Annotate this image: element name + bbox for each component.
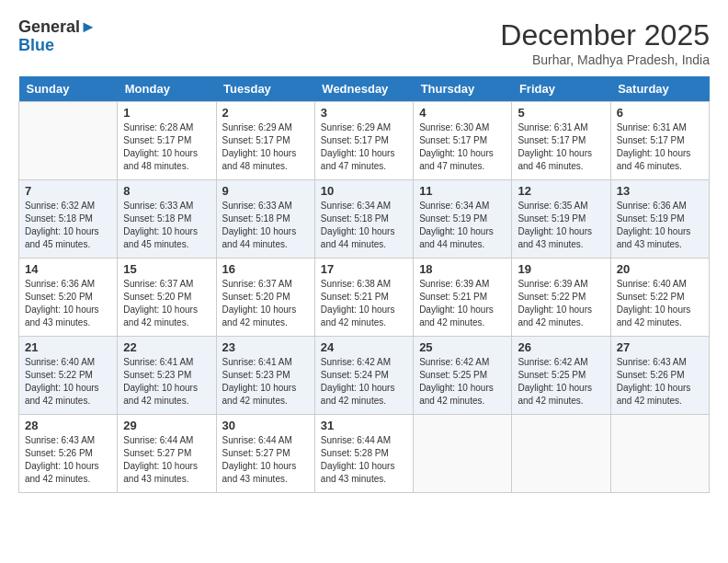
calendar-cell: 13Sunrise: 6:36 AM Sunset: 5:19 PM Dayli… bbox=[610, 180, 709, 259]
day-info: Sunrise: 6:36 AM Sunset: 5:20 PM Dayligh… bbox=[25, 278, 111, 329]
col-sunday: Sunday bbox=[19, 76, 118, 102]
day-number: 17 bbox=[321, 262, 407, 276]
logo: General► Blue bbox=[18, 18, 97, 55]
calendar-cell: 7Sunrise: 6:32 AM Sunset: 5:18 PM Daylig… bbox=[19, 180, 118, 259]
day-info: Sunrise: 6:40 AM Sunset: 5:22 PM Dayligh… bbox=[25, 356, 111, 408]
calendar-cell: 14Sunrise: 6:36 AM Sunset: 5:20 PM Dayli… bbox=[19, 259, 118, 337]
calendar-cell: 17Sunrise: 6:38 AM Sunset: 5:21 PM Dayli… bbox=[314, 259, 413, 337]
day-info: Sunrise: 6:30 AM Sunset: 5:17 PM Dayligh… bbox=[419, 121, 506, 173]
day-number: 7 bbox=[25, 184, 111, 198]
day-number: 1 bbox=[123, 106, 210, 120]
day-number: 9 bbox=[222, 184, 309, 198]
col-thursday: Thursday bbox=[414, 76, 512, 102]
day-info: Sunrise: 6:36 AM Sunset: 5:19 PM Dayligh… bbox=[617, 200, 703, 251]
day-number: 25 bbox=[419, 340, 506, 354]
week-row-1: 1Sunrise: 6:28 AM Sunset: 5:17 PM Daylig… bbox=[19, 102, 710, 180]
day-info: Sunrise: 6:42 AM Sunset: 5:25 PM Dayligh… bbox=[518, 356, 604, 408]
day-info: Sunrise: 6:37 AM Sunset: 5:20 PM Dayligh… bbox=[222, 278, 309, 329]
day-number: 28 bbox=[25, 419, 111, 432]
day-info: Sunrise: 6:38 AM Sunset: 5:21 PM Dayligh… bbox=[321, 278, 407, 329]
day-info: Sunrise: 6:39 AM Sunset: 5:22 PM Dayligh… bbox=[518, 278, 604, 329]
logo-blue: Blue bbox=[18, 37, 97, 55]
calendar-cell bbox=[19, 102, 118, 180]
header-row: Sunday Monday Tuesday Wednesday Thursday… bbox=[19, 76, 710, 102]
day-info: Sunrise: 6:31 AM Sunset: 5:17 PM Dayligh… bbox=[617, 121, 703, 173]
calendar-cell: 28Sunrise: 6:43 AM Sunset: 5:26 PM Dayli… bbox=[19, 415, 118, 493]
day-number: 4 bbox=[419, 106, 506, 120]
day-info: Sunrise: 6:28 AM Sunset: 5:17 PM Dayligh… bbox=[123, 121, 210, 173]
day-info: Sunrise: 6:42 AM Sunset: 5:24 PM Dayligh… bbox=[321, 356, 407, 408]
day-number: 6 bbox=[617, 106, 703, 120]
col-tuesday: Tuesday bbox=[216, 76, 314, 102]
day-info: Sunrise: 6:34 AM Sunset: 5:18 PM Dayligh… bbox=[321, 200, 407, 251]
calendar-cell: 31Sunrise: 6:44 AM Sunset: 5:28 PM Dayli… bbox=[314, 415, 413, 493]
calendar-cell: 6Sunrise: 6:31 AM Sunset: 5:17 PM Daylig… bbox=[610, 102, 709, 180]
calendar-cell: 27Sunrise: 6:43 AM Sunset: 5:26 PM Dayli… bbox=[610, 337, 709, 415]
week-row-3: 14Sunrise: 6:36 AM Sunset: 5:20 PM Dayli… bbox=[19, 259, 710, 337]
day-number: 22 bbox=[123, 340, 210, 354]
day-info: Sunrise: 6:41 AM Sunset: 5:23 PM Dayligh… bbox=[123, 356, 210, 408]
col-wednesday: Wednesday bbox=[314, 76, 413, 102]
calendar-cell bbox=[512, 415, 610, 493]
day-info: Sunrise: 6:44 AM Sunset: 5:27 PM Dayligh… bbox=[123, 434, 210, 486]
day-number: 5 bbox=[518, 106, 604, 120]
calendar-cell: 29Sunrise: 6:44 AM Sunset: 5:27 PM Dayli… bbox=[118, 415, 216, 493]
day-info: Sunrise: 6:29 AM Sunset: 5:17 PM Dayligh… bbox=[321, 121, 407, 173]
day-number: 16 bbox=[222, 262, 309, 276]
day-info: Sunrise: 6:41 AM Sunset: 5:23 PM Dayligh… bbox=[222, 356, 309, 408]
day-info: Sunrise: 6:44 AM Sunset: 5:27 PM Dayligh… bbox=[222, 434, 309, 486]
calendar-cell: 3Sunrise: 6:29 AM Sunset: 5:17 PM Daylig… bbox=[314, 102, 413, 180]
calendar-cell bbox=[414, 415, 512, 493]
day-number: 31 bbox=[321, 419, 407, 432]
calendar-subtitle: Burhar, Madhya Pradesh, India bbox=[500, 52, 710, 67]
logo-general: General► bbox=[18, 18, 97, 37]
day-info: Sunrise: 6:29 AM Sunset: 5:17 PM Dayligh… bbox=[222, 121, 309, 173]
day-number: 12 bbox=[518, 184, 604, 198]
calendar-cell: 16Sunrise: 6:37 AM Sunset: 5:20 PM Dayli… bbox=[216, 259, 314, 337]
day-info: Sunrise: 6:35 AM Sunset: 5:19 PM Dayligh… bbox=[518, 200, 604, 251]
day-info: Sunrise: 6:34 AM Sunset: 5:19 PM Dayligh… bbox=[419, 200, 506, 251]
day-number: 26 bbox=[518, 340, 604, 354]
calendar-cell: 12Sunrise: 6:35 AM Sunset: 5:19 PM Dayli… bbox=[512, 180, 610, 259]
day-number: 18 bbox=[419, 262, 506, 276]
day-number: 13 bbox=[617, 184, 703, 198]
day-number: 15 bbox=[123, 262, 210, 276]
day-number: 2 bbox=[222, 106, 309, 120]
calendar-cell: 4Sunrise: 6:30 AM Sunset: 5:17 PM Daylig… bbox=[414, 102, 512, 180]
calendar-title: December 2025 bbox=[500, 18, 710, 52]
week-row-5: 28Sunrise: 6:43 AM Sunset: 5:26 PM Dayli… bbox=[19, 415, 710, 493]
col-saturday: Saturday bbox=[610, 76, 709, 102]
calendar-cell: 8Sunrise: 6:33 AM Sunset: 5:18 PM Daylig… bbox=[118, 180, 216, 259]
day-number: 19 bbox=[518, 262, 604, 276]
day-number: 30 bbox=[222, 419, 309, 432]
col-monday: Monday bbox=[118, 76, 216, 102]
week-row-4: 21Sunrise: 6:40 AM Sunset: 5:22 PM Dayli… bbox=[19, 337, 710, 415]
day-number: 24 bbox=[321, 340, 407, 354]
day-number: 14 bbox=[25, 262, 111, 276]
day-info: Sunrise: 6:32 AM Sunset: 5:18 PM Dayligh… bbox=[25, 200, 111, 251]
calendar-cell: 19Sunrise: 6:39 AM Sunset: 5:22 PM Dayli… bbox=[512, 259, 610, 337]
page-header: General► Blue December 2025 Burhar, Madh… bbox=[18, 18, 710, 67]
day-number: 27 bbox=[617, 340, 703, 354]
day-info: Sunrise: 6:40 AM Sunset: 5:22 PM Dayligh… bbox=[617, 278, 703, 329]
calendar-cell: 21Sunrise: 6:40 AM Sunset: 5:22 PM Dayli… bbox=[19, 337, 118, 415]
day-info: Sunrise: 6:44 AM Sunset: 5:28 PM Dayligh… bbox=[321, 434, 407, 486]
calendar-cell: 25Sunrise: 6:42 AM Sunset: 5:25 PM Dayli… bbox=[414, 337, 512, 415]
day-number: 29 bbox=[123, 419, 210, 432]
calendar-cell: 18Sunrise: 6:39 AM Sunset: 5:21 PM Dayli… bbox=[414, 259, 512, 337]
calendar-cell: 30Sunrise: 6:44 AM Sunset: 5:27 PM Dayli… bbox=[216, 415, 314, 493]
calendar-cell: 1Sunrise: 6:28 AM Sunset: 5:17 PM Daylig… bbox=[118, 102, 216, 180]
day-info: Sunrise: 6:43 AM Sunset: 5:26 PM Dayligh… bbox=[25, 434, 111, 486]
day-info: Sunrise: 6:33 AM Sunset: 5:18 PM Dayligh… bbox=[222, 200, 309, 251]
calendar-table: Sunday Monday Tuesday Wednesday Thursday… bbox=[18, 76, 710, 493]
calendar-cell: 11Sunrise: 6:34 AM Sunset: 5:19 PM Dayli… bbox=[414, 180, 512, 259]
day-number: 20 bbox=[617, 262, 703, 276]
day-number: 23 bbox=[222, 340, 309, 354]
day-number: 11 bbox=[419, 184, 506, 198]
calendar-cell: 5Sunrise: 6:31 AM Sunset: 5:17 PM Daylig… bbox=[512, 102, 610, 180]
calendar-cell: 2Sunrise: 6:29 AM Sunset: 5:17 PM Daylig… bbox=[216, 102, 314, 180]
calendar-cell: 20Sunrise: 6:40 AM Sunset: 5:22 PM Dayli… bbox=[610, 259, 709, 337]
day-info: Sunrise: 6:39 AM Sunset: 5:21 PM Dayligh… bbox=[419, 278, 506, 329]
calendar-cell bbox=[610, 415, 709, 493]
day-info: Sunrise: 6:33 AM Sunset: 5:18 PM Dayligh… bbox=[123, 200, 210, 251]
